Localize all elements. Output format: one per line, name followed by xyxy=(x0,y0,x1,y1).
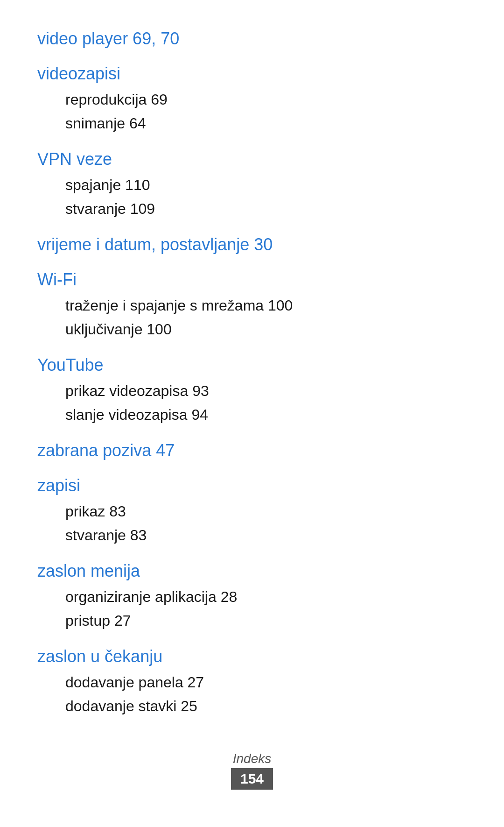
index-section-9: zaslon u čekanjudodavanje panela 27dodav… xyxy=(37,646,467,718)
index-heading-0: video player 69, 70 xyxy=(37,28,467,50)
index-heading-9: zaslon u čekanju xyxy=(37,646,467,668)
index-subitem-1-0: reprodukcija 69 xyxy=(37,88,467,112)
index-section-2: VPN vezespajanje 110stvaranje 109 xyxy=(37,148,467,221)
index-section-0: video player 69, 70 xyxy=(37,28,467,50)
index-subitem-4-1: uključivanje 100 xyxy=(37,318,467,341)
index-subitem-7-0: prikaz 83 xyxy=(37,500,467,523)
index-heading-3: vrijeme i datum, postavljanje 30 xyxy=(37,234,467,256)
index-heading-4: Wi-Fi xyxy=(37,269,467,291)
index-heading-7: zapisi xyxy=(37,475,467,497)
index-content: video player 69, 70videozapisireprodukci… xyxy=(37,28,467,719)
footer-label: Indeks xyxy=(0,751,504,766)
index-subitem-5-1: slanje videozapisa 94 xyxy=(37,403,467,427)
index-subitem-7-1: stvaranje 83 xyxy=(37,523,467,547)
page-footer: Indeks 154 xyxy=(0,751,504,790)
index-subitem-4-0: traženje i spajanje s mrežama 100 xyxy=(37,294,467,318)
index-subitem-8-1: pristup 27 xyxy=(37,609,467,633)
index-subitem-9-1: dodavanje stavki 25 xyxy=(37,694,467,718)
index-heading-2: VPN veze xyxy=(37,148,467,170)
index-section-7: zapisiprikaz 83stvaranje 83 xyxy=(37,475,467,547)
index-heading-8: zaslon menija xyxy=(37,560,467,582)
footer-page-number: 154 xyxy=(231,768,273,790)
index-subitem-9-0: dodavanje panela 27 xyxy=(37,671,467,694)
index-section-6: zabrana poziva 47 xyxy=(37,440,467,462)
index-subitem-1-1: snimanje 64 xyxy=(37,112,467,135)
index-subitem-8-0: organiziranje aplikacija 28 xyxy=(37,585,467,609)
index-heading-6: zabrana poziva 47 xyxy=(37,440,467,462)
index-section-1: videozapisireprodukcija 69snimanje 64 xyxy=(37,63,467,135)
index-heading-1: videozapisi xyxy=(37,63,467,85)
index-section-8: zaslon menijaorganiziranje aplikacija 28… xyxy=(37,560,467,633)
index-subitem-5-0: prikaz videozapisa 93 xyxy=(37,379,467,403)
index-section-4: Wi-Fitraženje i spajanje s mrežama 100uk… xyxy=(37,269,467,341)
index-heading-5: YouTube xyxy=(37,354,467,376)
index-subitem-2-1: stvaranje 109 xyxy=(37,197,467,221)
index-subitem-2-0: spajanje 110 xyxy=(37,173,467,197)
index-section-3: vrijeme i datum, postavljanje 30 xyxy=(37,234,467,256)
index-section-5: YouTubeprikaz videozapisa 93slanje video… xyxy=(37,354,467,427)
